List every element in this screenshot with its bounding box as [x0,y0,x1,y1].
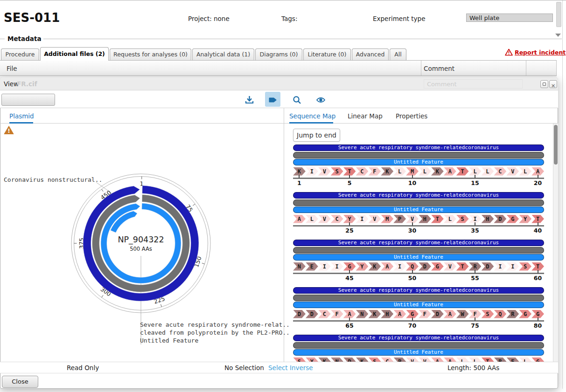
aa-residue[interactable]: T [482,358,494,362]
aa-residue[interactable]: L [519,167,531,176]
aa-residue[interactable]: D [431,310,444,318]
tab-literature-0-[interactable]: Literature (0) [303,48,351,60]
aa-residue[interactable]: V [368,215,381,223]
tab-sequence-map[interactable]: Sequence Map [289,112,335,120]
aa-residue[interactable]: A [431,358,444,362]
feature-bar-unnamed[interactable] [293,199,544,206]
aa-residue[interactable]: L [482,167,494,176]
feature-bar-coronavirus[interactable]: Severe acute respiratory syndrome-relate… [293,240,544,246]
column-header-file[interactable]: File [7,65,17,72]
aa-residue[interactable]: L [306,215,318,223]
aa-residue[interactable]: I [306,167,318,176]
aa-residue[interactable]: D [482,262,494,271]
aa-residue[interactable]: Y [519,215,531,223]
feature-bar-untitled[interactable]: Untitled Feature [293,206,544,213]
aa-residue[interactable]: E [506,358,519,362]
column-header-comment[interactable]: Comment [424,65,454,72]
download-icon[interactable] [245,95,254,105]
aa-residue[interactable]: L [519,358,531,362]
aa-residue[interactable]: S [456,215,469,223]
aa-residue[interactable]: K [368,262,381,271]
feature-bar-unnamed[interactable] [293,247,544,254]
tab-properties[interactable]: Properties [396,112,427,120]
tab-diagrams-0-[interactable]: Diagrams (0) [255,48,302,60]
feature-bar-unnamed[interactable] [293,295,544,301]
aa-residue[interactable]: R [506,310,519,318]
aa-residue[interactable]: G [431,262,444,271]
tab-analytical-data-1-[interactable]: Analytical data (1) [192,48,254,60]
feature-bar-unnamed[interactable] [293,152,544,158]
aa-residue[interactable]: G [506,215,519,223]
aa-residue[interactable]: H [482,215,494,223]
aa-residue[interactable]: I [318,262,331,271]
experiment-type-input[interactable]: Well plate [466,14,553,22]
aa-residue[interactable]: K [431,167,444,176]
aa-residue[interactable]: C [331,215,343,223]
feature-bar-coronavirus[interactable]: Severe acute respiratory syndrome-relate… [293,287,544,294]
aa-residue[interactable]: C [356,167,369,176]
tab-additional-files-2-[interactable]: Additional files (2) [40,47,109,61]
toolbar-blank-button[interactable] [1,94,55,106]
aa-residue[interactable]: G [519,310,531,318]
aa-residue[interactable]: P [393,215,406,223]
feature-bar-coronavirus[interactable]: Severe acute respiratory syndrome-relate… [293,144,544,151]
aa-residue[interactable]: S [293,358,306,362]
aa-residue[interactable]: E [306,262,318,271]
aa-residue[interactable]: D [419,262,431,271]
feature-bar-coronavirus[interactable]: Severe acute respiratory syndrome-relate… [293,335,544,341]
sequence-scrollbar-thumb[interactable] [554,125,558,165]
aa-residue[interactable]: S [368,358,381,362]
aa-residue[interactable]: I [331,262,343,271]
aa-residue[interactable]: F [331,310,343,318]
aa-residue[interactable]: F [419,310,431,318]
aa-residue[interactable]: A [381,262,393,271]
feature-bar-untitled[interactable]: Untitled Feature [293,302,544,308]
aa-residue[interactable]: I [494,262,506,271]
report-incident-link[interactable]: Report incident [515,49,566,56]
column-divider[interactable] [526,61,526,76]
aa-residue[interactable]: S [482,310,494,318]
aa-residue[interactable]: K [368,310,381,318]
tab-linear-map[interactable]: Linear Map [348,112,383,120]
tab-all[interactable]: All [390,48,406,60]
aa-residue[interactable]: Y [306,358,318,362]
column-divider[interactable] [421,61,421,76]
aa-residue[interactable]: T [431,215,444,223]
sequence-map-area[interactable]: Severe acute respiratory syndrome-relate… [284,124,553,362]
aa-residue[interactable]: H [381,310,393,318]
feature-bar-coronavirus[interactable]: Severe acute respiratory syndrome-relate… [293,192,544,199]
aa-residue[interactable]: D [494,215,506,223]
dialog-close-button[interactable]: ✕ [549,80,557,88]
aa-residue[interactable]: V [318,167,331,176]
aa-residue[interactable]: R [494,358,506,362]
aa-residue[interactable]: V [419,358,431,362]
aa-residue[interactable]: Y [356,262,369,271]
aa-residue[interactable]: D [293,310,306,318]
tab-procedure[interactable]: Procedure [1,48,39,60]
aa-residue[interactable]: L [444,215,456,223]
tab-advanced[interactable]: Advanced [352,48,389,60]
aa-residue[interactable]: S [519,262,531,271]
aa-residue[interactable]: C [381,358,393,362]
feature-bar-unnamed[interactable] [293,342,544,349]
aa-residue[interactable]: H [419,215,431,223]
aa-residue[interactable]: W [456,310,469,318]
select-inverse-link[interactable]: Select Inverse [268,364,313,371]
aa-residue[interactable]: L [393,167,406,176]
page-scrollbar-thumb[interactable] [556,2,561,27]
collapse-caret-icon[interactable] [555,34,561,37]
feature-bar-untitled[interactable]: Untitled Feature [293,254,544,261]
aa-residue[interactable]: V [444,262,456,271]
aa-residue[interactable]: F [368,167,381,176]
aa-residue[interactable]: L [419,167,431,176]
aa-residue[interactable]: G [531,358,544,362]
aa-residue[interactable]: P [393,358,406,362]
aa-residue[interactable]: D [343,358,356,362]
aa-residue[interactable]: T [456,262,469,271]
aa-residue[interactable]: A [393,310,406,318]
aa-residue[interactable]: Q [494,310,506,318]
search-icon[interactable] [292,95,302,105]
feature-bar-untitled[interactable]: Untitled Feature [293,159,544,165]
aa-residue[interactable]: A [293,215,306,223]
aa-residue[interactable]: I [356,215,369,223]
